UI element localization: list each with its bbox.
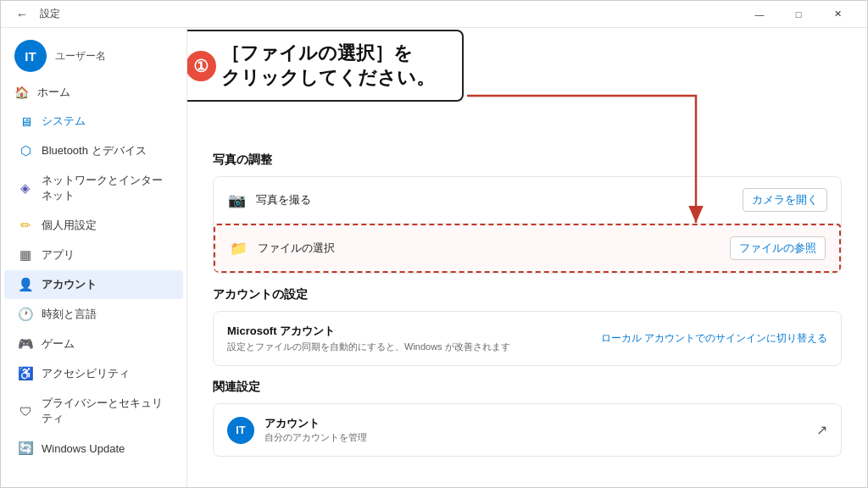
main-content: IT ユーザー名 🏠 ホーム 🖥 システム ⬡ Bluetooth とデバイス … xyxy=(1,28,867,487)
sidebar-item-update[interactable]: 🔄 Windows Update xyxy=(4,434,183,463)
file-select-label: ファイルの選択 xyxy=(258,241,730,256)
bluetooth-icon: ⬡ xyxy=(18,143,33,158)
related-account-item: IT アカウント 自分のアカウントを管理 ↗ xyxy=(227,416,827,444)
accessibility-icon: ♿ xyxy=(18,366,33,381)
close-button[interactable]: ✕ xyxy=(818,1,857,28)
title-bar-left: ← 設定 xyxy=(11,6,740,23)
sidebar-item-system[interactable]: 🖥 システム xyxy=(4,107,183,136)
ms-account-sub: 設定とファイルの同期を自動的にすると、Windows が改善されます xyxy=(227,341,510,353)
sidebar-item-time[interactable]: 🕐 時刻と言語 xyxy=(4,300,183,329)
related-section: IT アカウント 自分のアカウントを管理 ↗ xyxy=(213,403,842,457)
personal-icon: ✏ xyxy=(18,218,33,233)
update-icon: 🔄 xyxy=(18,441,33,456)
network-icon: ◈ xyxy=(18,180,33,196)
sidebar-label-update: Windows Update xyxy=(42,442,125,455)
ms-account-title: Microsoft アカウント xyxy=(227,324,510,339)
sidebar-item-account[interactable]: 👤 アカウント xyxy=(4,270,183,299)
sidebar-item-apps[interactable]: ▦ アプリ xyxy=(4,241,183,269)
system-icon: 🖥 xyxy=(18,114,33,129)
window: ← 設定 — □ ✕ IT ユーザー名 🏠 ホーム 🖥 システム ⬡ xyxy=(0,0,868,488)
apps-icon: ▦ xyxy=(18,247,33,263)
related-info: アカウント 自分のアカウントを管理 xyxy=(264,416,806,444)
sidebar-label-privacy: プライバシーとセキュリティ xyxy=(42,396,170,426)
file-select-row[interactable]: 📁 ファイルの選択 ファイルの参照 xyxy=(214,224,841,273)
photo-take-row: 📷 写真を撮る カメラを開く xyxy=(214,177,841,224)
time-icon: 🕐 xyxy=(18,307,33,322)
title-bar-controls: — □ ✕ xyxy=(740,1,857,28)
sidebar-item-privacy[interactable]: 🛡 プライバシーとセキュリティ xyxy=(4,389,183,433)
sidebar-item-network[interactable]: ◈ ネットワークとインターネット xyxy=(4,166,183,210)
sidebar-label-network: ネットワークとインターネット xyxy=(42,173,170,203)
avatar: IT xyxy=(14,40,47,72)
sidebar-label-accessibility: アクセシビリティ xyxy=(42,366,130,381)
file-browse-button[interactable]: ファイルの参照 xyxy=(730,236,826,260)
game-icon: 🎮 xyxy=(18,336,33,352)
sidebar-label-apps: アプリ xyxy=(42,247,75,263)
ms-account-row: Microsoft アカウント 設定とファイルの同期を自動的にすると、Windo… xyxy=(227,324,827,353)
sidebar-label-bluetooth: Bluetooth とデバイス xyxy=(42,143,147,158)
sidebar-label-account: アカウント xyxy=(42,277,97,292)
folder-icon: 📁 xyxy=(229,239,248,258)
section-related-header: 関連設定 xyxy=(213,380,842,395)
callout-line2: クリックしてください。 xyxy=(221,66,447,91)
ms-account-info: Microsoft アカウント 設定とファイルの同期を自動的にすると、Windo… xyxy=(227,324,510,353)
account-icon: 👤 xyxy=(18,277,33,292)
title-bar-title: 設定 xyxy=(40,7,60,21)
title-bar: ← 設定 — □ ✕ xyxy=(1,1,867,28)
sidebar-label-system: システム xyxy=(42,114,86,129)
callout-box: ① ［ファイルの選択］を クリックしてください。 xyxy=(187,30,464,102)
ms-account-action[interactable]: ローカル アカウントでのサインインに切り替える xyxy=(601,331,827,346)
related-sub: 自分のアカウントを管理 xyxy=(264,431,806,444)
sidebar-item-bluetooth[interactable]: ⬡ Bluetooth とデバイス xyxy=(4,136,183,165)
sidebar-avatar: IT ユーザー名 xyxy=(1,31,186,79)
sidebar-item-home[interactable]: 🏠 ホーム xyxy=(1,79,186,106)
photo-section: 📷 写真を撮る カメラを開く 📁 ファイルの選択 ファイルの参照 xyxy=(213,176,842,274)
callout-line1: ［ファイルの選択］を xyxy=(221,42,447,66)
privacy-icon: 🛡 xyxy=(18,403,33,419)
content-area: アカウント › ユーザーの情報 ① ［ファイルの選択］を クリックしてください。 xyxy=(187,28,867,487)
section-account-header: アカウントの設定 xyxy=(213,287,842,302)
avatar-name: ユーザー名 xyxy=(55,49,106,64)
sidebar-home-label: ホーム xyxy=(37,85,70,100)
camera-open-button[interactable]: カメラを開く xyxy=(743,188,827,212)
photo-section-wrapper: 写真の調整 📷 写真を撮る カメラを開く 📁 ファイルの選択 ファイルの参照 xyxy=(213,152,842,457)
annotation-circle: ① xyxy=(187,51,216,81)
section-photo-header: 写真の調整 xyxy=(213,152,842,168)
back-button[interactable]: ← xyxy=(11,6,33,23)
sidebar-label-time: 時刻と言語 xyxy=(42,307,97,322)
camera-icon: 📷 xyxy=(227,191,246,209)
related-title: アカウント xyxy=(264,416,806,431)
restore-button[interactable]: □ xyxy=(779,1,818,28)
sidebar-item-personal[interactable]: ✏ 個人用設定 xyxy=(4,211,183,240)
minimize-button[interactable]: — xyxy=(740,1,779,28)
photo-take-label: 写真を撮る xyxy=(256,192,743,208)
sidebar-item-game[interactable]: 🎮 ゲーム xyxy=(4,330,183,358)
sidebar-label-personal: 個人用設定 xyxy=(42,218,97,233)
external-link-icon[interactable]: ↗ xyxy=(816,422,827,438)
sidebar: IT ユーザー名 🏠 ホーム 🖥 システム ⬡ Bluetooth とデバイス … xyxy=(1,28,187,487)
related-avatar: IT xyxy=(227,417,254,444)
account-settings-section: Microsoft アカウント 設定とファイルの同期を自動的にすると、Windo… xyxy=(213,311,842,366)
sidebar-item-accessibility[interactable]: ♿ アクセシビリティ xyxy=(4,359,183,388)
sidebar-label-game: ゲーム xyxy=(42,336,75,352)
